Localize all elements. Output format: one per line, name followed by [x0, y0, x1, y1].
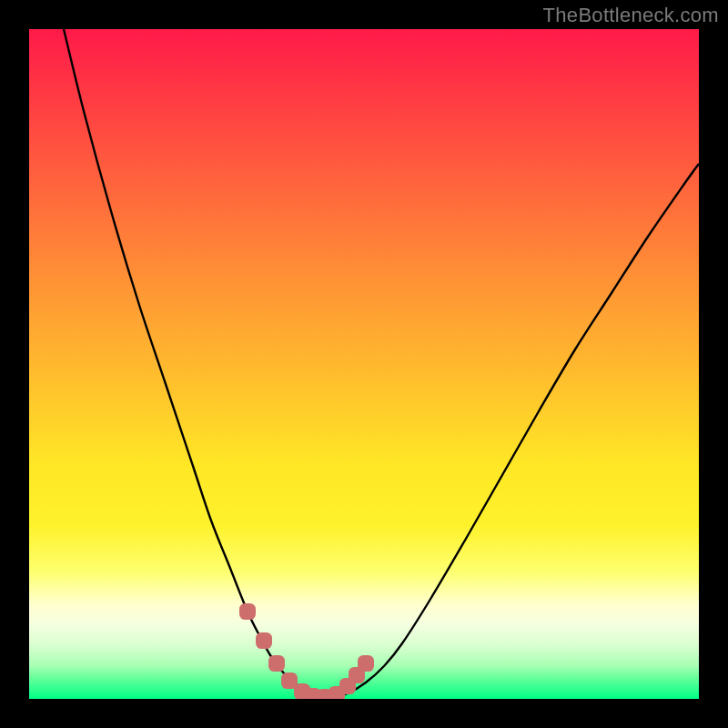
highlight-marker	[256, 632, 272, 649]
watermark-text: TheBottleneck.com	[543, 4, 719, 27]
plot-area	[29, 29, 699, 699]
curve-layer	[29, 29, 699, 699]
bottleneck-curve-path	[64, 29, 699, 697]
highlight-markers-group	[239, 603, 374, 699]
chart-frame: TheBottleneck.com	[0, 0, 728, 728]
highlight-marker	[358, 655, 374, 672]
highlight-marker	[239, 603, 256, 620]
highlight-marker	[268, 655, 285, 672]
